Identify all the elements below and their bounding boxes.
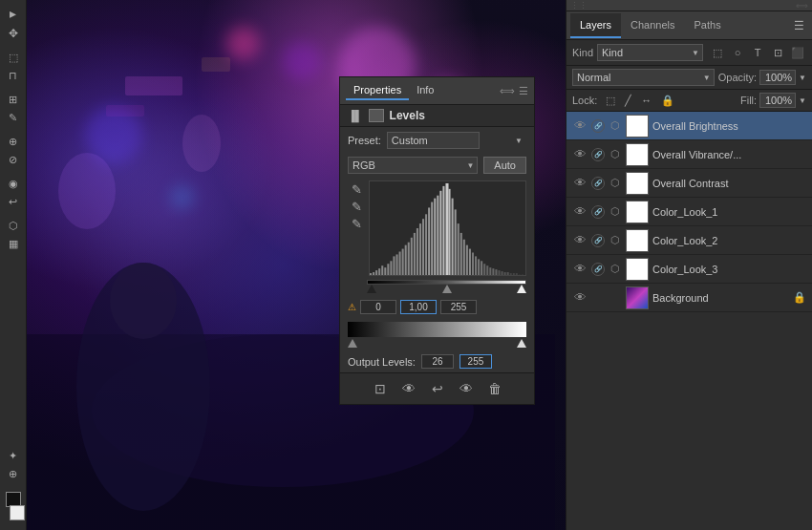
shape-filter-icon[interactable]: ⊡ bbox=[769, 44, 786, 61]
layer-link-icon-overall-brightness[interactable]: 🔗 bbox=[591, 119, 605, 133]
black-output-field[interactable] bbox=[421, 354, 454, 369]
smart-filter-icon[interactable]: ⬛ bbox=[789, 44, 806, 61]
svg-point-8 bbox=[110, 263, 177, 339]
output-levels-label: Output Levels: bbox=[348, 356, 416, 368]
layer-name-overall-brightness: Overall Brightness bbox=[652, 120, 806, 132]
layer-link-icon-overall-vibrance[interactable]: 🔗 bbox=[591, 148, 605, 161]
white-input-field[interactable] bbox=[440, 300, 477, 314]
tab-channels[interactable]: Channels bbox=[621, 13, 684, 38]
white-point-eyedropper-icon[interactable]: ✎ bbox=[348, 217, 365, 231]
channel-select[interactable]: RGB Red Green Blue bbox=[348, 157, 478, 174]
tab-paths[interactable]: Paths bbox=[685, 13, 731, 38]
toolbar-eraser-icon[interactable]: ⬡ bbox=[7, 218, 20, 234]
tab-layers[interactable]: Layers bbox=[570, 13, 621, 38]
blend-mode-select[interactable]: Normal Dissolve Multiply Screen Overlay … bbox=[572, 69, 715, 86]
white-output-field[interactable] bbox=[459, 354, 492, 369]
lock-position-icon[interactable]: ╱ bbox=[622, 95, 634, 107]
toolbar-hand-icon[interactable]: ✦ bbox=[7, 448, 19, 464]
output-gradient-track bbox=[348, 322, 526, 337]
layer-visibility-icon-color-look-2[interactable]: 👁 bbox=[572, 233, 588, 247]
svg-rect-55 bbox=[504, 272, 506, 275]
mid-input-handle[interactable] bbox=[442, 285, 452, 293]
reset-icon[interactable]: ↩ bbox=[428, 379, 447, 398]
svg-rect-13 bbox=[381, 265, 383, 275]
black-point-eyedropper-icon[interactable]: ✎ bbox=[348, 182, 365, 197]
preset-select[interactable]: Custom Default Darker Increase Contrast … bbox=[387, 132, 480, 149]
toolbar-arrow-icon[interactable]: ▸ bbox=[8, 4, 18, 23]
toolbar-brush-icon[interactable]: ⊘ bbox=[7, 152, 19, 168]
type-filter-icon[interactable]: T bbox=[749, 44, 766, 61]
layer-thumb-color-look-2 bbox=[626, 229, 649, 252]
lock-artboard-icon[interactable]: ↔ bbox=[638, 95, 654, 106]
levels-adjustment-icon bbox=[369, 109, 384, 122]
toggle-visibility-icon[interactable]: 👁 bbox=[457, 379, 476, 398]
kind-filter-select[interactable]: Kind Name Effect Mode Attribute Color bbox=[597, 44, 703, 61]
layer-item-overall-vibrance[interactable]: 👁 🔗 ⬡ Overall Vibrance/... bbox=[566, 140, 812, 169]
toolbar-select-icon[interactable]: ⬚ bbox=[7, 50, 20, 66]
toolbar-history-icon[interactable]: ↩ bbox=[7, 194, 19, 210]
clip-layer-icon[interactable]: ⊡ bbox=[371, 379, 390, 398]
white-output-handle[interactable] bbox=[517, 339, 526, 348]
kind-filter-row: Kind Kind Name Effect Mode Attribute Col… bbox=[566, 40, 812, 66]
toolbar-heal-icon[interactable]: ⊕ bbox=[7, 134, 19, 150]
panel-menu-button[interactable]: ☰ bbox=[790, 15, 808, 36]
layer-chain-icon-overall-contrast: ⬡ bbox=[609, 177, 622, 189]
svg-rect-46 bbox=[478, 259, 480, 275]
opacity-input[interactable] bbox=[759, 70, 796, 85]
collapse-icon[interactable]: ⟺ bbox=[796, 1, 808, 11]
layer-item-overall-contrast[interactable]: 👁 🔗 ⬡ Overall Contrast bbox=[566, 169, 812, 198]
mid-input-field[interactable] bbox=[400, 300, 437, 314]
layer-visibility-icon-color-look-3[interactable]: 👁 bbox=[572, 262, 588, 276]
levels-title: Levels bbox=[390, 109, 425, 122]
toolbar-crop-icon[interactable]: ⊞ bbox=[7, 92, 19, 108]
background-color-swatch[interactable] bbox=[10, 505, 25, 520]
layer-item-color-look-2[interactable]: 👁 🔗 ⬡ Color_Look_2 bbox=[566, 226, 812, 255]
layer-chain-icon-color-look-3: ⬡ bbox=[609, 263, 622, 275]
svg-rect-57 bbox=[510, 273, 512, 275]
toolbar-move-icon[interactable]: ✥ bbox=[7, 25, 20, 42]
svg-rect-49 bbox=[486, 265, 488, 275]
panel-tab-strip: Layers Channels Paths bbox=[570, 13, 790, 38]
panel-menu-icon[interactable]: ☰ bbox=[519, 85, 528, 97]
tab-info[interactable]: Info bbox=[409, 81, 441, 100]
auto-button[interactable]: Auto bbox=[483, 157, 526, 174]
adjustment-filter-icon[interactable]: ○ bbox=[729, 44, 746, 61]
blend-mode-select-wrapper: Normal Dissolve Multiply Screen Overlay … bbox=[572, 69, 715, 86]
toolbar-eyedropper-icon[interactable]: ✎ bbox=[7, 110, 19, 126]
toolbar-gradient-icon[interactable]: ▦ bbox=[7, 236, 20, 252]
black-output-handle[interactable] bbox=[348, 339, 357, 348]
panel-expand-icon[interactable]: ⟺ bbox=[500, 85, 515, 97]
delete-layer-icon[interactable]: 🗑 bbox=[485, 379, 504, 398]
white-input-handle[interactable] bbox=[517, 285, 526, 293]
layer-visibility-icon-background[interactable]: 👁 bbox=[572, 290, 588, 305]
tab-properties[interactable]: Properties bbox=[346, 81, 409, 100]
lock-pixels-icon[interactable]: ⬚ bbox=[603, 95, 618, 107]
lock-all-icon[interactable]: 🔒 bbox=[658, 95, 677, 107]
layer-link-icon-color-look-2[interactable]: 🔗 bbox=[591, 234, 605, 247]
black-input-field[interactable] bbox=[360, 300, 396, 314]
toolbar-lasso-icon[interactable]: ⊓ bbox=[7, 68, 19, 84]
layer-link-icon-color-look-3[interactable]: 🔗 bbox=[591, 263, 605, 276]
svg-rect-19 bbox=[399, 252, 401, 276]
layer-item-overall-brightness[interactable]: 👁 🔗 ⬡ Overall Brightness bbox=[566, 112, 812, 140]
toolbar-zoom-icon[interactable]: ⊕ bbox=[7, 466, 19, 482]
fill-input[interactable] bbox=[759, 93, 796, 108]
layer-link-icon-overall-contrast[interactable]: 🔗 bbox=[591, 177, 605, 190]
svg-rect-40 bbox=[460, 233, 462, 275]
layer-visibility-icon-overall-vibrance[interactable]: 👁 bbox=[572, 147, 588, 161]
svg-rect-50 bbox=[489, 267, 491, 275]
black-input-handle[interactable] bbox=[367, 285, 376, 293]
layer-item-color-look-1[interactable]: 👁 🔗 ⬡ Color_Look_1 bbox=[566, 198, 812, 226]
pixel-filter-icon[interactable]: ⬚ bbox=[709, 44, 726, 61]
histogram-warning-icon: ⚠ bbox=[348, 302, 356, 312]
layer-visibility-icon-color-look-1[interactable]: 👁 bbox=[572, 204, 588, 219]
layer-item-color-look-3[interactable]: 👁 🔗 ⬡ Color_Look_3 bbox=[566, 255, 812, 284]
layer-visibility-icon-overall-contrast[interactable]: 👁 bbox=[572, 176, 588, 190]
layer-link-icon-color-look-1[interactable]: 🔗 bbox=[591, 205, 605, 219]
layer-visibility-icon-overall-brightness[interactable]: 👁 bbox=[572, 118, 588, 133]
previous-state-icon[interactable]: 👁 bbox=[399, 379, 418, 398]
gray-point-eyedropper-icon[interactable]: ✎ bbox=[348, 200, 365, 214]
toolbar-stamp-icon[interactable]: ◉ bbox=[7, 176, 20, 192]
layer-item-background[interactable]: 👁 Background 🔒 bbox=[566, 284, 812, 312]
preset-select-arrow-icon: ▼ bbox=[515, 137, 523, 145]
